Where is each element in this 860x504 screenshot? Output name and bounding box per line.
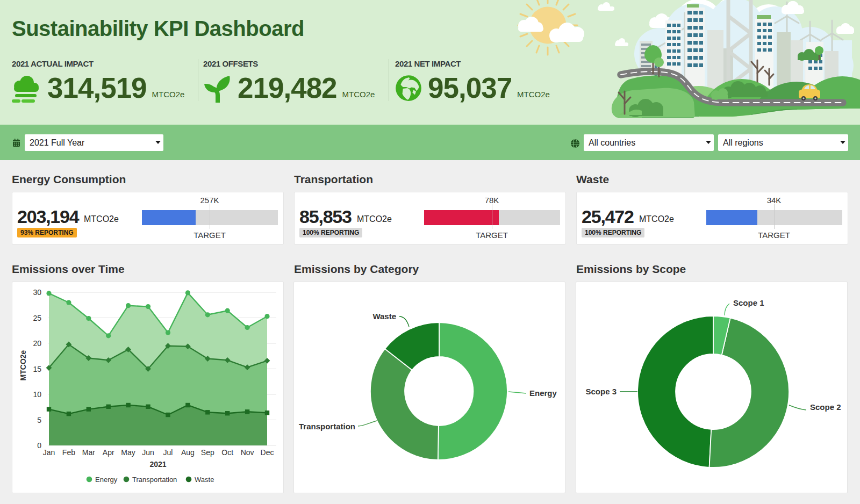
svg-text:Mar: Mar <box>82 448 95 457</box>
svg-text:Jul: Jul <box>163 448 173 457</box>
svg-text:Scope 3: Scope 3 <box>585 387 617 396</box>
svg-text:Nov: Nov <box>241 448 254 457</box>
svg-text:Scope 1: Scope 1 <box>733 298 764 307</box>
svg-text:2021: 2021 <box>149 460 166 469</box>
svg-text:20: 20 <box>33 339 41 348</box>
svg-text:Oct: Oct <box>221 448 233 457</box>
svg-text:Dec: Dec <box>261 448 274 457</box>
svg-text:May: May <box>121 448 135 457</box>
svg-text:Energy: Energy <box>95 476 118 484</box>
svg-text:Energy: Energy <box>529 388 557 398</box>
svg-text:15: 15 <box>33 365 41 373</box>
svg-text:MTCO2e: MTCO2e <box>19 350 27 380</box>
svg-text:5: 5 <box>37 416 41 424</box>
svg-text:25: 25 <box>33 314 41 322</box>
svg-text:Jun: Jun <box>142 448 154 457</box>
svg-text:Waste: Waste <box>372 312 396 321</box>
svg-text:Jan: Jan <box>43 448 55 457</box>
svg-text:30: 30 <box>33 288 41 297</box>
svg-text:0: 0 <box>37 441 41 450</box>
svg-text:10: 10 <box>33 390 41 399</box>
svg-text:Scope 2: Scope 2 <box>810 402 841 412</box>
svg-text:Apr: Apr <box>103 448 114 457</box>
svg-text:Aug: Aug <box>181 448 195 457</box>
svg-text:Sep: Sep <box>201 448 214 457</box>
svg-text:Waste: Waste <box>195 476 214 484</box>
svg-text:Transportation: Transportation <box>299 422 355 431</box>
svg-text:Feb: Feb <box>62 448 75 457</box>
svg-text:Transportation: Transportation <box>132 476 177 484</box>
